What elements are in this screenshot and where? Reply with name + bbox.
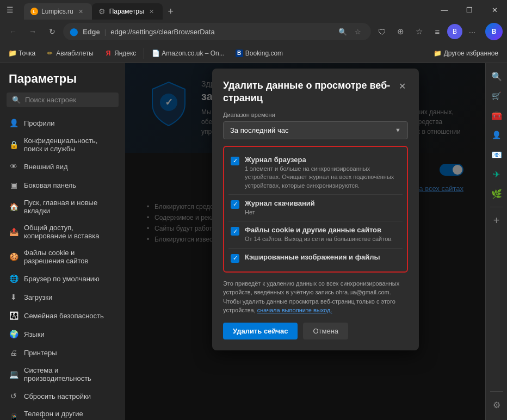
right-sidebar: 🔍 🛒 🧰 👤 📧 ✈ 🌿 + ⚙: [485, 63, 507, 420]
sidebar-search-box[interactable]: 🔍: [7, 92, 119, 107]
rs-shopping-icon[interactable]: 🛒: [488, 87, 505, 104]
cb-desc-1: 1 элемент и больше на синхронизированных…: [245, 165, 400, 190]
address-input-box[interactable]: ⬤ Edge | edge://settings/clearBrowserDat…: [63, 23, 371, 40]
sidebar-item-downloads[interactable]: ⬇ Загрузки: [0, 288, 125, 306]
checkbox-cache-content: Кэшированные изображения и файлы: [245, 253, 380, 262]
more-button[interactable]: ···: [463, 23, 481, 40]
tab-close-lumpics[interactable]: ✕: [77, 7, 85, 16]
address-action-icons: 🔍 ☆: [336, 25, 364, 38]
forward-button[interactable]: →: [24, 23, 41, 40]
search-icon[interactable]: 🔍: [336, 25, 349, 38]
time-range-dropdown[interactable]: За последний час ▼: [223, 121, 408, 139]
sidebar-item-start[interactable]: 🏠 Пуск, главная и новые вкладки: [0, 194, 125, 219]
modal-close-button[interactable]: ✕: [397, 79, 408, 92]
maximize-button[interactable]: ❐: [457, 0, 482, 20]
profile-avatar[interactable]: В: [447, 24, 462, 39]
tab-close-settings[interactable]: ✕: [147, 7, 156, 16]
bookmark-other[interactable]: 📁 Другое избранное: [429, 47, 503, 59]
checkbox-downloads: ✓ Журнал скачиваний Нет: [228, 195, 403, 221]
sidebar-item-label-appearance: Внешний вид: [24, 163, 68, 171]
minimize-button[interactable]: —: [432, 0, 457, 20]
settings-sidebar: Параметры 🔍 👤 Профили 🔒 Конфиденциальнос…: [0, 63, 125, 420]
bookmark-avia-label: Авиабилеты: [56, 50, 94, 57]
checkbox-browser-history: ✓ Журнал браузера 1 элемент и больше на …: [228, 151, 403, 195]
checkbox-downloads-input[interactable]: ✓: [231, 200, 239, 209]
refresh-button[interactable]: ↻: [44, 23, 61, 40]
bookmark-booking[interactable]: B Booking.com: [231, 47, 287, 59]
rs-green-icon[interactable]: 🌿: [488, 185, 505, 202]
folder-other-icon: 📁: [434, 50, 442, 57]
back-button[interactable]: ←: [4, 23, 22, 40]
sidebar-item-share[interactable]: 📤 Общий доступ, копирование и вставка: [0, 219, 125, 244]
sidebar-item-languages[interactable]: 🌍 Языки: [0, 325, 125, 343]
sidebar-item-printers[interactable]: 🖨 Принтеры: [0, 343, 125, 362]
home-icon: 🏠: [9, 202, 18, 212]
rs-add-button[interactable]: +: [488, 212, 505, 229]
checkbox-cookies-input[interactable]: ✓: [231, 227, 239, 236]
bookmark-amazon[interactable]: 📄 Amazon.co.uk – On...: [147, 47, 228, 59]
sidebar-item-system[interactable]: 💻 Система и производительность: [0, 362, 125, 387]
checkmark-icon-2: ✓: [233, 201, 238, 207]
collections-icon[interactable]: ≡: [429, 23, 446, 40]
bookmark-tochka[interactable]: 📁 Точка: [4, 47, 40, 59]
cb-title-3: Файлы cookie и другие данные сайтов: [245, 226, 393, 234]
sidebar-item-appearance[interactable]: 👁 Внешний вид: [0, 157, 125, 176]
tab-settings[interactable]: ⚙ Параметры ✕: [92, 3, 163, 20]
booking-icon: B: [236, 50, 243, 57]
checkbox-browser-history-input[interactable]: ✓: [231, 157, 239, 165]
rs-travel-icon[interactable]: ✈: [488, 165, 505, 183]
bookmark-yandex-label: Яндекс: [114, 50, 136, 57]
delete-now-button[interactable]: Удалить сейчас: [223, 323, 298, 339]
rs-search-icon[interactable]: 🔍: [488, 67, 505, 85]
bookmark-yandex[interactable]: Я Яндекс: [100, 47, 140, 59]
checkbox-cookies-content: Файлы cookie и другие данные сайтов От 1…: [245, 226, 393, 243]
menu-icon[interactable]: ☰: [0, 0, 20, 20]
tab-label-lumpics: Lumpics.ru: [41, 8, 73, 15]
tab-lumpics[interactable]: L Lumpics.ru ✕: [24, 3, 92, 20]
sidebar-item-family[interactable]: 👨‍👩‍👧 Семейная безопасность: [0, 306, 125, 325]
new-tab-button[interactable]: +: [163, 3, 179, 20]
rs-settings-icon[interactable]: ⚙: [488, 396, 505, 413]
sidebar-item-label-profiles: Профили: [24, 119, 55, 127]
sidebar-item-reset[interactable]: ↺ Сбросить настройки: [0, 387, 125, 405]
sidebar-item-default-browser[interactable]: 🌐 Браузер по умолчанию: [0, 269, 125, 288]
titlebar: ☰ L Lumpics.ru ✕ ⚙ Параметры ✕ + — ❐ ✕: [0, 0, 507, 20]
modal-overlay: Удалить данные о просмотре веб-страниц ✕…: [125, 63, 485, 420]
favorites-icon[interactable]: ☆: [351, 25, 364, 38]
cancel-button[interactable]: Отмена: [303, 323, 348, 339]
edge-favicon-icon: ⬤: [70, 27, 78, 36]
share-icon[interactable]: ⊕: [392, 23, 409, 40]
rs-tools-icon[interactable]: 🧰: [488, 107, 505, 124]
checkbox-cache-input[interactable]: ✓: [231, 254, 239, 263]
tab-favicon-settings: ⚙: [98, 8, 106, 15]
cookie-icon: 🍪: [9, 252, 18, 262]
bookmark-avia[interactable]: ✏ Авиабилеты: [42, 47, 98, 59]
edge-brand-label: Edge: [83, 28, 100, 36]
signout-link[interactable]: сначала выполните выход.: [257, 307, 332, 313]
address-separator: |: [104, 28, 106, 36]
right-sidebar-separator: [490, 207, 503, 207]
sidebar-item-sidebar[interactable]: ▣ Боковая панель: [0, 176, 125, 194]
sidebar-search-input[interactable]: [25, 96, 116, 104]
rs-profile-icon[interactable]: 👤: [488, 126, 505, 144]
bookmark-icon[interactable]: ☆: [410, 23, 428, 40]
sidebar-icon: ▣: [9, 180, 18, 190]
bing-copilot-button[interactable]: B: [485, 23, 503, 40]
sidebar-item-profiles[interactable]: 👤 Профили: [0, 114, 125, 132]
sidebar-item-label-share: Общий доступ, копирование и вставка: [24, 224, 116, 240]
rs-outlook-icon[interactable]: 📧: [488, 146, 505, 163]
modal-buttons: Удалить сейчас Отмена: [223, 323, 408, 339]
sidebar-item-cookies[interactable]: 🍪 Файлы cookie и разрешения сайтов: [0, 244, 125, 269]
sidebar-item-phone[interactable]: 📱 Телефон и другие устройства: [0, 405, 125, 420]
sidebar-item-privacy[interactable]: 🔒 Конфиденциальность, поиск и службы: [0, 132, 125, 157]
shield-icon[interactable]: 🛡: [373, 23, 391, 40]
person-icon: 👤: [9, 118, 18, 128]
close-button[interactable]: ✕: [482, 0, 507, 20]
sidebar-item-label-reset: Сбросить настройки: [24, 392, 91, 400]
sidebar-item-label-sidebar: Боковая панель: [24, 181, 76, 189]
browser-icon: 🌐: [9, 274, 18, 283]
download-icon: ⬇: [9, 292, 18, 302]
eye-icon: 👁: [9, 162, 18, 171]
modal-title: Удалить данные о просмотре веб-страниц: [223, 79, 397, 105]
modal-header: Удалить данные о просмотре веб-страниц ✕: [212, 69, 419, 112]
